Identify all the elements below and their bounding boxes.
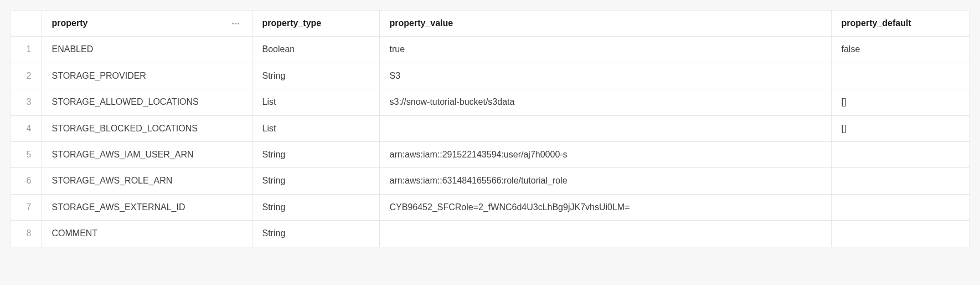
row-number: 8 [11, 221, 42, 247]
row-number: 1 [11, 37, 42, 63]
cell-property-value[interactable]: arn:aws:iam::631484165566:role/tutorial_… [379, 168, 831, 194]
row-number: 3 [11, 89, 42, 115]
row-number: 5 [11, 141, 42, 167]
cell-property-type[interactable]: Boolean [252, 37, 379, 63]
row-number: 7 [11, 194, 42, 220]
cell-property[interactable]: STORAGE_AWS_IAM_USER_ARN [42, 141, 252, 167]
table-row[interactable]: 8COMMENTString [11, 221, 969, 247]
cell-property-type[interactable]: List [252, 89, 379, 115]
column-header-label: property [52, 17, 88, 29]
more-options-icon[interactable] [229, 18, 242, 29]
table-row[interactable]: 7STORAGE_AWS_EXTERNAL_IDStringCYB96452_S… [11, 194, 969, 220]
row-number: 2 [11, 63, 42, 89]
cell-property-type[interactable]: String [252, 63, 379, 89]
cell-property[interactable]: ENABLED [42, 37, 252, 63]
column-header-property[interactable]: property [42, 11, 252, 37]
row-number-header [11, 11, 42, 37]
results-table-container: property property_type property_value pr… [10, 10, 970, 247]
cell-property-default[interactable] [831, 221, 969, 247]
cell-property-value[interactable] [379, 221, 831, 247]
cell-property-value[interactable]: s3://snow-tutorial-bucket/s3data [379, 89, 831, 115]
table-row[interactable]: 1ENABLEDBooleantruefalse [11, 37, 969, 63]
cell-property-default[interactable] [831, 194, 969, 220]
results-table: property property_type property_value pr… [11, 11, 969, 247]
table-row[interactable]: 4STORAGE_BLOCKED_LOCATIONSList[] [11, 115, 969, 141]
row-number: 6 [11, 168, 42, 194]
table-row[interactable]: 6STORAGE_AWS_ROLE_ARNStringarn:aws:iam::… [11, 168, 969, 194]
cell-property-type[interactable]: String [252, 141, 379, 167]
column-header-label: property_value [390, 18, 453, 28]
cell-property[interactable]: STORAGE_AWS_EXTERNAL_ID [42, 194, 252, 220]
cell-property-value[interactable]: CYB96452_SFCRole=2_fWNC6d4U3cLhBg9jJK7vh… [379, 194, 831, 220]
cell-property-value[interactable]: true [379, 37, 831, 63]
cell-property-default[interactable] [831, 141, 969, 167]
cell-property-type[interactable]: String [252, 168, 379, 194]
cell-property-type[interactable]: String [252, 194, 379, 220]
row-number: 4 [11, 115, 42, 141]
cell-property[interactable]: STORAGE_PROVIDER [42, 63, 252, 89]
cell-property-default[interactable] [831, 168, 969, 194]
column-header-property-default[interactable]: property_default [831, 11, 969, 37]
column-header-label: property_default [842, 18, 911, 28]
cell-property-default[interactable]: [] [831, 115, 969, 141]
column-header-label: property_type [262, 18, 322, 28]
cell-property-value[interactable]: S3 [379, 63, 831, 89]
cell-property-value[interactable] [379, 115, 831, 141]
cell-property-value[interactable]: arn:aws:iam::291522143594:user/aj7h0000-… [379, 141, 831, 167]
column-header-property-value[interactable]: property_value [379, 11, 831, 37]
cell-property[interactable]: COMMENT [42, 221, 252, 247]
cell-property-type[interactable]: List [252, 115, 379, 141]
cell-property-default[interactable] [831, 63, 969, 89]
column-header-property-type[interactable]: property_type [252, 11, 379, 37]
cell-property[interactable]: STORAGE_ALLOWED_LOCATIONS [42, 89, 252, 115]
table-row[interactable]: 5STORAGE_AWS_IAM_USER_ARNStringarn:aws:i… [11, 141, 969, 167]
table-header-row: property property_type property_value pr… [11, 11, 969, 37]
cell-property-default[interactable]: [] [831, 89, 969, 115]
table-row[interactable]: 2STORAGE_PROVIDERStringS3 [11, 63, 969, 89]
cell-property[interactable]: STORAGE_AWS_ROLE_ARN [42, 168, 252, 194]
cell-property-type[interactable]: String [252, 221, 379, 247]
cell-property[interactable]: STORAGE_BLOCKED_LOCATIONS [42, 115, 252, 141]
table-row[interactable]: 3STORAGE_ALLOWED_LOCATIONSLists3://snow-… [11, 89, 969, 115]
cell-property-default[interactable]: false [831, 37, 969, 63]
